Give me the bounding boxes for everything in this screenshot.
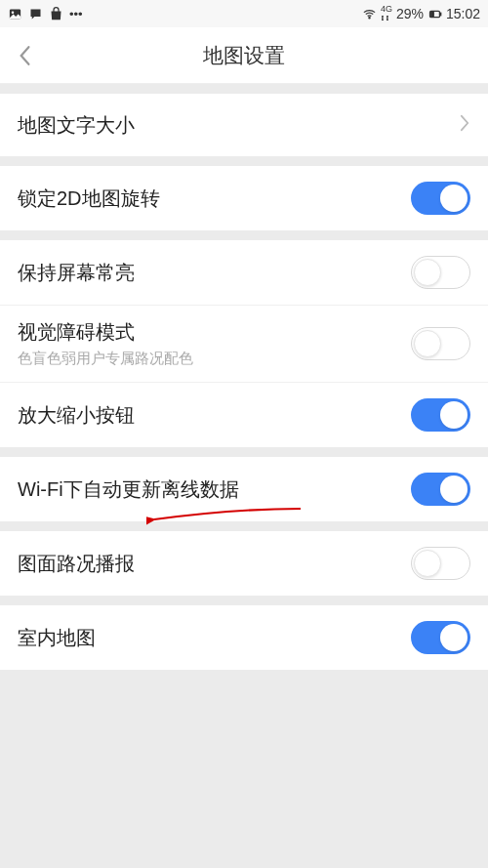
- status-left: •••: [8, 7, 83, 21]
- row-traffic-voice[interactable]: 图面路况播报: [0, 531, 488, 596]
- header: 地图设置: [0, 27, 488, 84]
- chevron-right-icon: [460, 114, 470, 136]
- status-bar: ••• 4G⫾⫾ 29% 15:02: [0, 0, 488, 27]
- back-button[interactable]: [0, 27, 49, 84]
- row-label: 图面路况播报: [18, 551, 135, 577]
- svg-rect-5: [431, 12, 434, 16]
- toggle-lock-2d[interactable]: [411, 182, 470, 215]
- row-label: 地图文字大小: [18, 112, 135, 139]
- group-display: 保持屏幕常亮 视觉障碍模式 色盲色弱用户专属路况配色 放大缩小按钮: [0, 240, 488, 447]
- more-icon: •••: [69, 7, 83, 21]
- wifi-icon: [362, 7, 377, 21]
- group-wifi: Wi-Fi下自动更新离线数据: [0, 457, 488, 521]
- svg-rect-4: [439, 13, 440, 16]
- bag-icon: [49, 7, 63, 21]
- row-text: 视觉障碍模式 色盲色弱用户专属路况配色: [18, 319, 193, 368]
- row-label: 锁定2D地图旋转: [18, 186, 160, 212]
- status-right: 4G⫾⫾ 29% 15:02: [362, 5, 480, 22]
- page-title: 地图设置: [0, 42, 488, 69]
- toggle-zoom-buttons[interactable]: [411, 398, 470, 432]
- row-label: 放大缩小按钮: [18, 402, 135, 429]
- group-indoor: 室内地图: [0, 605, 488, 670]
- row-wifi-offline[interactable]: Wi-Fi下自动更新离线数据: [0, 457, 488, 521]
- group-2d: 锁定2D地图旋转: [0, 166, 488, 230]
- group-traffic: 图面路况播报: [0, 531, 488, 596]
- row-label: 室内地图: [18, 625, 96, 651]
- clock: 15:02: [446, 6, 480, 21]
- row-label: Wi-Fi下自动更新离线数据: [18, 476, 239, 503]
- row-text-size[interactable]: 地图文字大小: [0, 94, 488, 156]
- row-sublabel: 色盲色弱用户专属路况配色: [18, 350, 193, 368]
- row-zoom-buttons[interactable]: 放大缩小按钮: [0, 383, 488, 447]
- row-visual-impair[interactable]: 视觉障碍模式 色盲色弱用户专属路况配色: [0, 306, 488, 383]
- chat-icon: [28, 7, 43, 21]
- row-label: 保持屏幕常亮: [18, 260, 135, 286]
- svg-point-1: [12, 11, 15, 14]
- toggle-wifi-offline[interactable]: [411, 473, 470, 506]
- toggle-traffic-voice[interactable]: [411, 547, 470, 580]
- chevron-left-icon: [18, 45, 31, 66]
- toggle-visual-impair[interactable]: [411, 327, 470, 360]
- svg-point-2: [369, 17, 370, 18]
- row-lock-2d[interactable]: 锁定2D地图旋转: [0, 166, 488, 230]
- group-textsize: 地图文字大小: [0, 94, 488, 156]
- image-icon: [8, 7, 22, 21]
- battery-icon: [427, 7, 442, 21]
- toggle-keep-screen[interactable]: [411, 256, 470, 289]
- row-label: 视觉障碍模式: [18, 319, 193, 346]
- network-icon: 4G⫾⫾: [381, 5, 392, 22]
- battery-percent: 29%: [396, 6, 424, 21]
- row-keep-screen[interactable]: 保持屏幕常亮: [0, 240, 488, 306]
- row-indoor-map[interactable]: 室内地图: [0, 605, 488, 670]
- toggle-indoor-map[interactable]: [411, 621, 470, 654]
